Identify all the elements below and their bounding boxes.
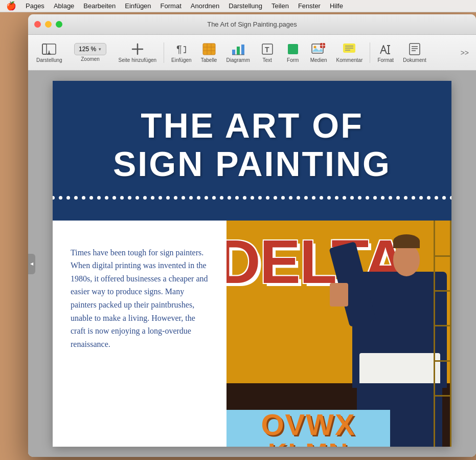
svg-rect-17 bbox=[288, 44, 298, 54]
svg-rect-12 bbox=[237, 47, 240, 55]
zoom-button[interactable]: 125 % ▼ bbox=[74, 43, 106, 55]
letters-row2: KLMN bbox=[268, 440, 349, 447]
toolbar-zoomen[interactable]: 125 % ▼ Zoomen bbox=[67, 38, 114, 67]
toolbar-diagramm[interactable]: Diagramm bbox=[222, 38, 254, 67]
painter-hand bbox=[330, 283, 348, 306]
menu-bearbeiten[interactable]: Bearbeiten bbox=[83, 2, 116, 10]
format-label: Format bbox=[377, 57, 394, 63]
toolbar-text[interactable]: T Text bbox=[255, 38, 280, 67]
toolbar-tabelle[interactable]: Tabelle bbox=[197, 38, 221, 67]
toolbar-seite[interactable]: Seite hinzufügen bbox=[115, 38, 161, 67]
diagramm-label: Diagramm bbox=[226, 57, 250, 63]
text-icon: T bbox=[260, 42, 275, 56]
einfuegen-icon: ¶ bbox=[174, 42, 189, 56]
form-label: Form bbox=[287, 57, 299, 63]
document-canvas[interactable]: THE ART OF SIGN PAINTING Times have been… bbox=[28, 71, 476, 457]
toolbar: Darstellung 125 % ▼ Zoomen Seite hinzufü… bbox=[28, 35, 476, 71]
menu-pages[interactable]: Pages bbox=[26, 2, 44, 10]
window-title: The Art of Sign Painting.pages bbox=[207, 20, 297, 28]
toolbar-kommentar[interactable]: Kommentar bbox=[332, 38, 367, 67]
menu-darstellung[interactable]: Darstellung bbox=[229, 2, 262, 10]
maximize-button[interactable] bbox=[56, 21, 62, 28]
kommentar-label: Kommentar bbox=[336, 57, 363, 63]
einfuegen-label: Einfügen bbox=[171, 57, 191, 63]
menu-hilfe[interactable]: Hilfe bbox=[330, 2, 343, 10]
menu-fenster[interactable]: Fenster bbox=[298, 2, 321, 10]
page-body: Times have been tough for sign painters.… bbox=[53, 221, 451, 447]
separator-2 bbox=[370, 42, 370, 63]
tabelle-label: Tabelle bbox=[201, 57, 217, 63]
add-page-icon bbox=[130, 42, 145, 56]
text-label: Text bbox=[263, 57, 272, 63]
toolbar-form[interactable]: Form bbox=[281, 38, 305, 67]
menu-bar: 🍎 Pages Ablage Bearbeiten Einfügen Forma… bbox=[0, 0, 476, 12]
zoom-chevron-icon: ▼ bbox=[98, 47, 102, 52]
dotted-divider bbox=[73, 196, 431, 200]
seite-label: Seite hinzufügen bbox=[119, 57, 157, 63]
svg-rect-1 bbox=[42, 44, 47, 54]
toolbar-darstellung[interactable]: Darstellung bbox=[32, 38, 66, 67]
svg-rect-31 bbox=[410, 43, 420, 55]
more-label: >> bbox=[461, 49, 469, 57]
sidebar-toggle-icon: ◀ bbox=[30, 261, 33, 266]
document-page: THE ART OF SIGN PAINTING Times have been… bbox=[53, 81, 451, 447]
menu-anordnen[interactable]: Anordnen bbox=[191, 2, 219, 10]
form-icon bbox=[285, 42, 301, 56]
dokument-label: Dokument bbox=[403, 57, 426, 63]
toolbar-format[interactable]: Format bbox=[373, 38, 398, 67]
toolbar-medien[interactable]: Medien bbox=[306, 38, 331, 67]
toolbar-more-button[interactable]: >> bbox=[458, 47, 472, 59]
window-controls bbox=[34, 21, 62, 28]
letters-row1: OVWX bbox=[261, 410, 355, 440]
apple-menu[interactable]: 🍎 bbox=[6, 1, 16, 11]
sidebar-toggle[interactable]: ◀ bbox=[28, 254, 35, 274]
dokument-icon bbox=[407, 42, 422, 56]
menu-ablage[interactable]: Ablage bbox=[54, 2, 74, 10]
medien-label: Medien bbox=[310, 57, 327, 63]
zoomen-label: Zoomen bbox=[81, 56, 100, 62]
painter-hair bbox=[393, 234, 420, 248]
bottom-letters-image[interactable]: OVWX KLMN bbox=[226, 410, 390, 447]
svg-point-19 bbox=[314, 46, 316, 49]
svg-text:T: T bbox=[265, 46, 269, 54]
page-header: THE ART OF SIGN PAINTING bbox=[53, 81, 451, 221]
ladder bbox=[434, 221, 451, 447]
body-text: Times have been tough for sign painters.… bbox=[71, 246, 209, 351]
tabelle-icon bbox=[201, 42, 217, 56]
medien-icon bbox=[311, 42, 326, 56]
menu-einfuegen[interactable]: Einfügen bbox=[125, 2, 151, 10]
format-icon bbox=[378, 42, 393, 56]
page-title: THE ART OF SIGN PAINTING bbox=[73, 106, 431, 183]
minimize-button[interactable] bbox=[45, 21, 52, 28]
menu-teilen[interactable]: Teilen bbox=[271, 2, 289, 10]
title-bar: The Art of Sign Painting.pages bbox=[28, 14, 476, 35]
darstellung-icon bbox=[41, 42, 57, 56]
zoom-value: 125 % bbox=[79, 46, 96, 53]
svg-rect-6 bbox=[203, 43, 215, 55]
letters-sign: OVWX KLMN bbox=[226, 410, 390, 447]
text-column: Times have been tough for sign painters.… bbox=[53, 221, 226, 447]
image-column[interactable]: ✕ DELTA bbox=[226, 221, 451, 447]
toolbar-einfuegen[interactable]: ¶ Einfügen bbox=[167, 38, 195, 67]
diagramm-icon bbox=[231, 42, 246, 56]
painter-head bbox=[393, 244, 420, 276]
svg-rect-13 bbox=[241, 45, 244, 55]
separator-1 bbox=[164, 42, 164, 63]
main-content: ◀ THE ART OF SIGN PAINTING bbox=[28, 71, 476, 457]
svg-rect-11 bbox=[232, 50, 235, 55]
menu-format[interactable]: Format bbox=[161, 2, 182, 10]
svg-text:¶: ¶ bbox=[176, 43, 182, 55]
app-window: The Art of Sign Painting.pages Darstellu… bbox=[28, 14, 476, 457]
darstellung-label: Darstellung bbox=[36, 57, 62, 63]
close-button[interactable] bbox=[34, 21, 41, 28]
toolbar-dokument[interactable]: Dokument bbox=[399, 38, 430, 67]
svg-marker-2 bbox=[47, 52, 51, 55]
kommentar-icon bbox=[342, 42, 357, 56]
